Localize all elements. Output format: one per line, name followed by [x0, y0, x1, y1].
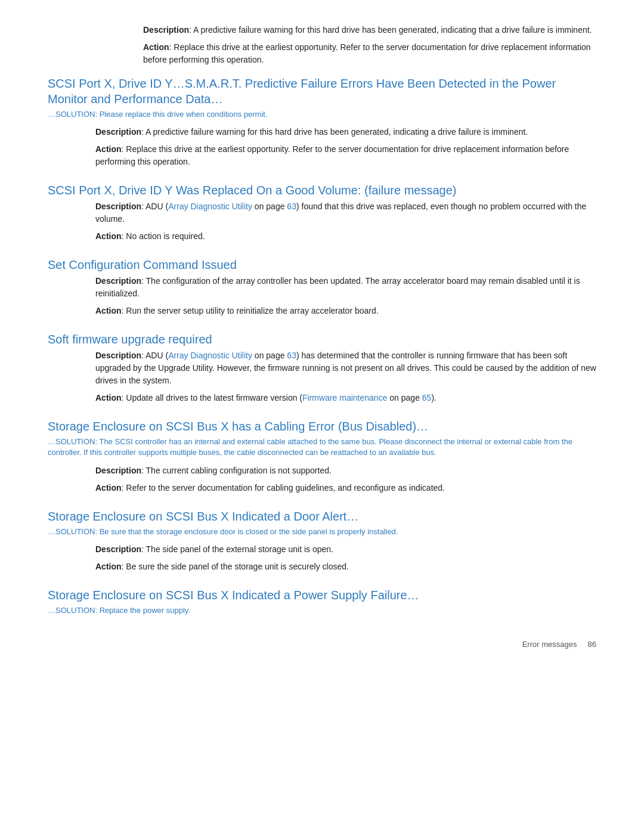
action-label: Action	[143, 42, 169, 52]
top-description-block: Description: A predictive failure warnin…	[95, 24, 596, 66]
desc-storage-cabling: Description: The current cabling configu…	[95, 465, 596, 477]
section-storage-cabling: Storage Enclosure on SCSI Bus X has a Ca…	[48, 419, 596, 494]
heading-storage-power: Storage Enclosure on SCSI Bus X Indicate…	[48, 587, 596, 603]
action-soft-firmware: Action: Update all drives to the latest …	[95, 392, 596, 404]
footer: Error messages 86	[48, 640, 596, 649]
heading-soft-firmware: Soft firmware upgrade required	[48, 332, 596, 347]
section-storage-door: Storage Enclosure on SCSI Bus X Indicate…	[48, 509, 596, 573]
solution-storage-cabling: …SOLUTION: The SCSI controller has an in…	[48, 436, 596, 458]
action-storage-cabling: Action: Refer to the server documentatio…	[95, 482, 596, 494]
heading-storage-door: Storage Enclosure on SCSI Bus X Indicate…	[48, 509, 596, 524]
section-scsi-smart: SCSI Port X, Drive ID Y…S.M.A.R.T. Predi…	[48, 76, 596, 168]
desc-scsi-replaced: Description: ADU (Array Diagnostic Utili…	[95, 200, 596, 225]
section-set-config: Set Configuration Command Issued Descrip…	[48, 257, 596, 317]
section-storage-power: Storage Enclosure on SCSI Bus X Indicate…	[48, 587, 596, 616]
section-scsi-replaced: SCSI Port X, Drive ID Y Was Replaced On …	[48, 182, 596, 243]
page-link-firmware[interactable]: 63	[287, 351, 296, 360]
action-scsi-replaced: Action: No action is required.	[95, 230, 596, 243]
adu-link-firmware[interactable]: Array Diagnostic Utility	[168, 351, 252, 360]
firmware-page-link[interactable]: 65	[422, 393, 432, 402]
heading-scsi-replaced: SCSI Port X, Drive ID Y Was Replaced On …	[48, 182, 596, 198]
firmware-maintenance-link[interactable]: Firmware maintenance	[302, 393, 387, 402]
solution-storage-door: …SOLUTION: Be sure that the storage encl…	[48, 527, 596, 537]
description-label: Description	[143, 25, 189, 35]
action-set-config: Action: Run the server setup utility to …	[95, 305, 596, 317]
footer-page: 86	[588, 640, 596, 649]
action-scsi-smart: Action: Replace this drive at the earlie…	[95, 143, 596, 168]
heading-storage-cabling: Storage Enclosure on SCSI Bus X has a Ca…	[48, 419, 596, 434]
top-action-para: Action: Replace this drive at the earlie…	[143, 41, 596, 66]
adu-link-replaced[interactable]: Array Diagnostic Utility	[168, 202, 252, 211]
footer-label: Error messages	[522, 640, 577, 649]
desc-scsi-smart: Description: A predictive failure warnin…	[95, 126, 596, 138]
solution-scsi-smart: …SOLUTION: Please replace this drive whe…	[48, 109, 596, 120]
desc-storage-door: Description: The side panel of the exter…	[95, 543, 596, 556]
solution-storage-power: …SOLUTION: Replace the power supply.	[48, 605, 596, 616]
top-description-para: Description: A predictive failure warnin…	[143, 24, 596, 36]
desc-soft-firmware: Description: ADU (Array Diagnostic Utili…	[95, 349, 596, 387]
page-link-replaced[interactable]: 63	[287, 202, 296, 211]
heading-scsi-smart: SCSI Port X, Drive ID Y…S.M.A.R.T. Predi…	[48, 76, 596, 107]
heading-set-config: Set Configuration Command Issued	[48, 257, 596, 272]
action-storage-door: Action: Be sure the side panel of the st…	[95, 561, 596, 573]
desc-set-config: Description: The configuration of the ar…	[95, 275, 596, 300]
section-soft-firmware: Soft firmware upgrade required Descripti…	[48, 332, 596, 404]
footer-spacer	[579, 640, 586, 649]
